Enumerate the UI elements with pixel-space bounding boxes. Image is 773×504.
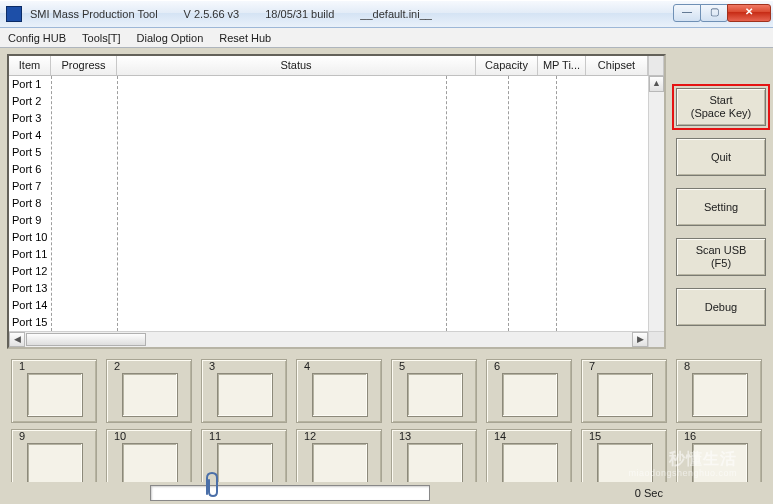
slot-well <box>407 373 463 417</box>
table-row: Port 15 <box>9 314 648 331</box>
table-row: Port 8 <box>9 195 648 212</box>
table-row: Port 7 <box>9 178 648 195</box>
header-scroll-spacer <box>648 56 664 75</box>
scroll-up-arrow-icon[interactable]: ▲ <box>649 76 664 92</box>
titlebar[interactable]: SMI Mass Production Tool V 2.5.66 v3 18/… <box>0 0 773 28</box>
row-item[interactable]: Port 9 <box>9 212 51 229</box>
scan-button-hint: (F5) <box>696 257 747 270</box>
slot[interactable]: 7 <box>581 359 667 423</box>
table-row: Port 12 <box>9 263 648 280</box>
slot-number: 14 <box>494 430 506 442</box>
slot-well <box>597 443 653 487</box>
scroll-corner <box>648 331 664 347</box>
slot-well <box>122 443 178 487</box>
scan-usb-button[interactable]: Scan USB (F5) <box>676 238 766 276</box>
slot-well <box>122 373 178 417</box>
minimize-button[interactable]: — <box>673 4 701 22</box>
horizontal-scrollbar[interactable]: ◀ ▶ <box>9 331 648 347</box>
menu-config-hub[interactable]: Config HUB <box>8 32 66 44</box>
slot-number: 6 <box>494 360 500 372</box>
row-item[interactable]: Port 7 <box>9 178 51 195</box>
slot-well <box>502 443 558 487</box>
row-item[interactable]: Port 14 <box>9 297 51 314</box>
table-row: Port 6 <box>9 161 648 178</box>
slot-number: 1 <box>19 360 25 372</box>
row-item[interactable]: Port 13 <box>9 280 51 297</box>
table-row: Port 10 <box>9 229 648 246</box>
row-item[interactable]: Port 10 <box>9 229 51 246</box>
row-item[interactable]: Port 3 <box>9 110 51 127</box>
maximize-button[interactable]: ▢ <box>700 4 728 22</box>
scroll-thumb[interactable] <box>26 333 146 346</box>
port-table[interactable]: Item Progress Status Capacity MP Ti... C… <box>7 54 666 349</box>
col-header-mptime[interactable]: MP Ti... <box>538 56 586 75</box>
table-row: Port 14 <box>9 297 648 314</box>
menu-tools[interactable]: Tools[T] <box>82 32 121 44</box>
col-header-status[interactable]: Status <box>117 56 476 75</box>
table-body: Port 1 Port 2 Port 3 Port 4 Port 5 Port … <box>9 76 648 331</box>
table-row: Port 11 <box>9 246 648 263</box>
scroll-right-arrow-icon[interactable]: ▶ <box>632 332 648 347</box>
row-item[interactable]: Port 8 <box>9 195 51 212</box>
col-header-chipset[interactable]: Chipset <box>586 56 648 75</box>
start-button[interactable]: Start (Space Key) <box>676 88 766 126</box>
setting-button[interactable]: Setting <box>676 188 766 226</box>
title-app-name: SMI Mass Production Tool <box>30 8 158 20</box>
slot-well <box>597 373 653 417</box>
slot-well <box>27 373 83 417</box>
start-button-hint: (Space Key) <box>691 107 752 120</box>
slot-well <box>217 373 273 417</box>
debug-button[interactable]: Debug <box>676 288 766 326</box>
status-text-field <box>150 485 430 501</box>
slot-number: 8 <box>684 360 690 372</box>
quit-button[interactable]: Quit <box>676 138 766 176</box>
scroll-left-arrow-icon[interactable]: ◀ <box>9 332 25 347</box>
app-icon <box>6 6 22 22</box>
vertical-scrollbar[interactable]: ▲ <box>648 76 664 331</box>
table-header: Item Progress Status Capacity MP Ti... C… <box>9 56 664 76</box>
title-version: V 2.5.66 v3 <box>184 8 240 20</box>
table-row: Port 4 <box>9 127 648 144</box>
menu-reset-hub[interactable]: Reset Hub <box>219 32 271 44</box>
row-item[interactable]: Port 11 <box>9 246 51 263</box>
side-buttons: Start (Space Key) Quit Setting Scan USB … <box>676 54 766 349</box>
col-header-progress[interactable]: Progress <box>51 56 117 75</box>
row-item[interactable]: Port 1 <box>9 76 51 93</box>
slot-number: 11 <box>209 430 221 442</box>
slot-number: 16 <box>684 430 696 442</box>
table-row: Port 9 <box>9 212 648 229</box>
slot-number: 7 <box>589 360 595 372</box>
col-header-item[interactable]: Item <box>9 56 51 75</box>
slot-well <box>692 373 748 417</box>
slot-number: 12 <box>304 430 316 442</box>
window-title: SMI Mass Production Tool V 2.5.66 v3 18/… <box>30 8 432 20</box>
row-item[interactable]: Port 12 <box>9 263 51 280</box>
slot-well <box>312 443 368 487</box>
slot[interactable]: 2 <box>106 359 192 423</box>
slot-number: 10 <box>114 430 126 442</box>
row-item[interactable]: Port 5 <box>9 144 51 161</box>
col-header-capacity[interactable]: Capacity <box>476 56 538 75</box>
row-item[interactable]: Port 6 <box>9 161 51 178</box>
slot[interactable]: 6 <box>486 359 572 423</box>
slot[interactable]: 4 <box>296 359 382 423</box>
slot-number: 4 <box>304 360 310 372</box>
slot[interactable]: 3 <box>201 359 287 423</box>
slot-well <box>217 443 273 487</box>
menubar: Config HUB Tools[T] Dialog Option Reset … <box>0 28 773 48</box>
table-row: Port 5 <box>9 144 648 161</box>
close-button[interactable]: ✕ <box>727 4 771 22</box>
slot-well <box>502 373 558 417</box>
row-item[interactable]: Port 4 <box>9 127 51 144</box>
menu-dialog-option[interactable]: Dialog Option <box>137 32 204 44</box>
table-row: Port 3 <box>9 110 648 127</box>
slot[interactable]: 5 <box>391 359 477 423</box>
slot[interactable]: 1 <box>11 359 97 423</box>
row-item[interactable]: Port 15 <box>9 314 51 331</box>
slot[interactable]: 8 <box>676 359 762 423</box>
slot-grid: 1 2 3 4 5 6 7 8 9 10 11 12 13 14 15 16 <box>7 359 766 493</box>
title-build: 18/05/31 build <box>265 8 334 20</box>
slot-number: 5 <box>399 360 405 372</box>
row-item[interactable]: Port 2 <box>9 93 51 110</box>
table-row: Port 2 <box>9 93 648 110</box>
